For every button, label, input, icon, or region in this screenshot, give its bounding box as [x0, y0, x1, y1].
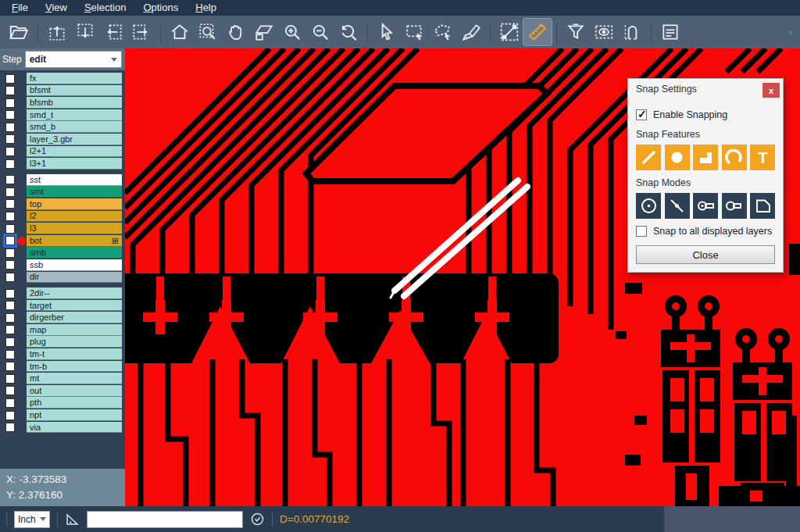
layer-name[interactable]: ssb	[27, 259, 122, 271]
layer-visibility-checkbox[interactable]	[5, 175, 15, 184]
menu-item-help[interactable]: Help	[187, 0, 225, 16]
layer-name[interactable]: layer_3.gbr	[27, 134, 122, 145]
command-input[interactable]	[87, 511, 243, 528]
step-select[interactable]: edit	[25, 51, 122, 68]
layer-row-mt[interactable]: mt	[0, 373, 125, 385]
layer-row-smd_b[interactable]: smd_b	[0, 121, 125, 134]
enable-snapping-checkbox[interactable]	[636, 109, 647, 120]
close-icon[interactable]: x	[762, 83, 780, 98]
layer-visibility-checkbox[interactable]	[5, 147, 15, 156]
layer-row-bfsmt[interactable]: bfsmt	[0, 85, 125, 98]
layer-name[interactable]: map	[27, 324, 122, 336]
layer-visibility-checkbox[interactable]	[5, 74, 15, 84]
layer-row-dirgerber[interactable]: dirgerber	[0, 312, 125, 324]
layer-name[interactable]: tm-b	[27, 361, 122, 373]
layer-row-pth[interactable]: pth	[0, 397, 125, 409]
layer-row-fx[interactable]: fx	[0, 73, 125, 85]
layer-row-l2[interactable]: l2	[0, 211, 125, 223]
layer-visibility-checkbox[interactable]	[5, 301, 15, 310]
layer-visibility-checkbox[interactable]	[5, 386, 15, 395]
rect-select-icon[interactable]	[401, 19, 429, 45]
layer-name[interactable]: smd_b	[27, 121, 122, 133]
snap-magnet-icon[interactable]	[618, 19, 646, 45]
snap-all-layers-checkbox[interactable]	[636, 226, 647, 237]
snap-surface-button[interactable]	[693, 145, 718, 170]
layer-name[interactable]: fx	[27, 73, 122, 84]
layer-visibility-checkbox[interactable]	[5, 398, 15, 408]
enable-snapping-row[interactable]: Enable Snapping	[636, 109, 775, 120]
layer-row-out[interactable]: out	[0, 385, 125, 398]
layer-visibility-checkbox[interactable]	[5, 313, 15, 323]
layer-row-sst[interactable]: sst	[0, 174, 125, 187]
layer-visibility-checkbox[interactable]	[5, 325, 15, 334]
layer-name[interactable]: via	[27, 422, 122, 434]
layer-row-dir[interactable]: dir	[0, 272, 125, 284]
layer-row-bfsmb[interactable]: bfsmb	[0, 97, 125, 109]
layer-row-ssb[interactable]: ssb	[0, 259, 125, 272]
layer-visibility-checkbox[interactable]	[5, 224, 15, 234]
layer-visibility-checkbox[interactable]	[5, 123, 15, 132]
toolbar-overflow-chevron[interactable]: ›	[789, 27, 792, 37]
menu-item-options[interactable]: Options	[134, 0, 187, 16]
layer-name[interactable]: tm-t	[27, 348, 122, 360]
measure-line-icon[interactable]	[495, 19, 523, 45]
unit-select[interactable]: Inch	[14, 511, 50, 528]
zoom-previous-icon[interactable]	[334, 19, 362, 45]
layer-name[interactable]: l2+1	[27, 146, 122, 158]
snap-slot-button[interactable]	[722, 193, 747, 219]
layer-visibility-checkbox[interactable]	[5, 236, 15, 245]
layer-name[interactable]: dirgerber	[27, 312, 122, 323]
dialog-titlebar[interactable]: Snap Settings x	[628, 79, 783, 99]
sketch-brush-icon[interactable]	[457, 19, 485, 45]
layer-visibility-checkbox[interactable]	[5, 134, 15, 144]
layer-name[interactable]: smt	[27, 186, 122, 198]
snap-corner-button[interactable]	[750, 193, 775, 219]
sync-check-icon[interactable]	[250, 512, 265, 527]
layer-row-layer_3.gbr[interactable]: layer_3.gbr	[0, 134, 125, 146]
layer-name[interactable]: npt	[27, 409, 122, 421]
layer-row-smb[interactable]: smb	[0, 247, 125, 259]
zoom-area-icon[interactable]	[194, 19, 222, 45]
zoom-out-icon[interactable]	[306, 19, 334, 45]
zoom-in-icon[interactable]	[278, 19, 306, 45]
select-arrow-icon[interactable]	[373, 19, 401, 45]
snap-arc-button[interactable]	[722, 145, 747, 170]
layer-name[interactable]: bfsmt	[27, 85, 122, 97]
layer-row-l3[interactable]: l3	[0, 223, 125, 235]
menu-item-view[interactable]: View	[37, 0, 76, 16]
angle-mode-icon[interactable]	[65, 512, 80, 527]
layer-visibility-checkbox[interactable]	[5, 273, 15, 282]
layer-name[interactable]: smb	[27, 247, 122, 259]
layer-visibility-checkbox[interactable]	[5, 289, 15, 298]
layer-name[interactable]: sst	[27, 174, 122, 186]
snap-line-button[interactable]	[636, 145, 661, 170]
layer-row-smd_t[interactable]: smd_t	[0, 109, 125, 122]
move-right-icon[interactable]	[127, 19, 155, 45]
menu-item-selection[interactable]: Selection	[76, 0, 134, 16]
polygon-select-icon[interactable]	[429, 19, 457, 45]
layer-row-npt[interactable]: npt	[0, 409, 125, 422]
report-form-icon[interactable]	[656, 19, 684, 45]
layer-row-2dir--[interactable]: 2dir--	[0, 287, 125, 300]
layer-visibility-checkbox[interactable]	[5, 187, 15, 197]
layer-visibility-checkbox[interactable]	[5, 98, 15, 108]
menu-item-file[interactable]: File	[3, 0, 37, 16]
layer-visibility-checkbox[interactable]	[5, 374, 15, 384]
layer-visibility-checkbox[interactable]	[5, 423, 15, 432]
layer-name[interactable]: bot⊞	[27, 235, 122, 247]
layer-visibility-checkbox[interactable]	[5, 260, 15, 270]
snap-all-layers-row[interactable]: Snap to all displayed layers	[636, 226, 775, 237]
layer-row-plug[interactable]: plug	[0, 336, 125, 348]
layer-visibility-checkbox[interactable]	[5, 199, 15, 209]
view-box-icon[interactable]	[590, 19, 618, 45]
layer-row-l3+1[interactable]: l3+1	[0, 158, 125, 170]
layer-row-bot[interactable]: bot⊞	[0, 235, 125, 248]
layer-row-smt[interactable]: smt	[0, 186, 125, 198]
layer-name[interactable]: 2dir--	[27, 287, 122, 299]
layer-visibility-checkbox[interactable]	[5, 159, 15, 169]
layer-row-top[interactable]: top	[0, 198, 125, 211]
move-left-icon[interactable]	[99, 19, 127, 45]
layer-visibility-checkbox[interactable]	[5, 337, 15, 347]
layer-name[interactable]: smd_t	[27, 109, 122, 121]
layer-visibility-checkbox[interactable]	[5, 110, 15, 120]
